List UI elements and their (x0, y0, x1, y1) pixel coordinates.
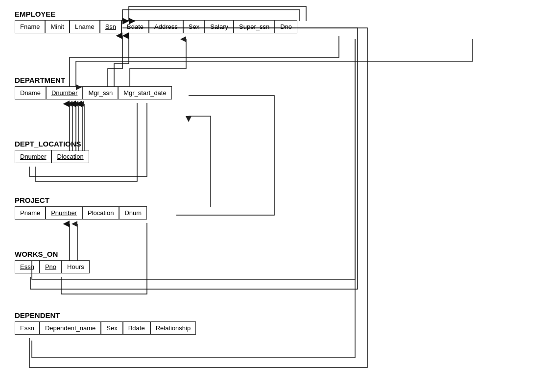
dependent-title: DEPENDENT (15, 311, 196, 319)
department-table: DEPARTMENT Dname Dnumber Mgr_ssn Mgr_sta… (15, 76, 172, 99)
employee-table: EMPLOYEE Fname Minit Lname Ssn Bdate Add… (15, 10, 297, 33)
wo-pno: Pno (40, 260, 62, 273)
dep-relationship: Relationship (150, 321, 196, 335)
works-on-title: WORKS_ON (15, 250, 90, 258)
project-title: PROJECT (15, 196, 147, 204)
dependent-row: Essn Dependent_name Sex Bdate Relationsh… (15, 321, 196, 335)
department-row: Dname Dnumber Mgr_ssn Mgr_start_date (15, 86, 172, 99)
emp-ssn: Ssn (100, 20, 121, 33)
employee-title: EMPLOYEE (15, 10, 297, 18)
project-row: Pname Pnumber Plocation Dnum (15, 206, 147, 220)
emp-bdate: Bdate (121, 20, 149, 33)
works-on-row: Essn Pno Hours (15, 260, 90, 273)
emp-fname: Fname (15, 20, 45, 33)
dependent-table: DEPENDENT Essn Dependent_name Sex Bdate … (15, 311, 196, 335)
dep-sex: Sex (101, 321, 122, 335)
emp-lname: Lname (70, 20, 100, 33)
diagram-container: EMPLOYEE Fname Minit Lname Ssn Bdate Add… (0, 0, 551, 392)
deptloc-dlocation: Dlocation (51, 150, 89, 163)
emp-dno: Dno (275, 20, 297, 33)
dept-locations-row: Dnumber Dlocation (15, 150, 89, 163)
dept-mgr-start-date: Mgr_start_date (118, 86, 171, 99)
dept-dnumber: Dnumber (46, 86, 83, 99)
dep-bdate: Bdate (123, 321, 150, 335)
emp-super-ssn: Super_ssn (234, 20, 275, 33)
proj-pnumber: Pnumber (46, 206, 82, 220)
employee-row: Fname Minit Lname Ssn Bdate Address Sex … (15, 20, 297, 33)
works-on-table: WORKS_ON Essn Pno Hours (15, 250, 90, 273)
dept-dname: Dname (15, 86, 46, 99)
emp-address: Address (149, 20, 183, 33)
deptloc-dnumber: Dnumber (15, 150, 51, 163)
emp-sex: Sex (183, 20, 205, 33)
proj-plocation: Plocation (82, 206, 119, 220)
dep-dependent-name: Dependent_name (40, 321, 101, 335)
proj-pname: Pname (15, 206, 46, 220)
wo-hours: Hours (62, 260, 90, 273)
dep-essn: Essn (15, 321, 40, 335)
wo-essn: Essn (15, 260, 40, 273)
dept-locations-title: DEPT_LOCATIONS (15, 140, 89, 148)
dept-mgr-ssn: Mgr_ssn (83, 86, 118, 99)
project-table: PROJECT Pname Pnumber Plocation Dnum (15, 196, 147, 220)
department-title: DEPARTMENT (15, 76, 172, 84)
emp-minit: Minit (45, 20, 69, 33)
dept-locations-table: DEPT_LOCATIONS Dnumber Dlocation (15, 140, 89, 163)
emp-salary: Salary (205, 20, 234, 33)
proj-dnum: Dnum (119, 206, 147, 220)
